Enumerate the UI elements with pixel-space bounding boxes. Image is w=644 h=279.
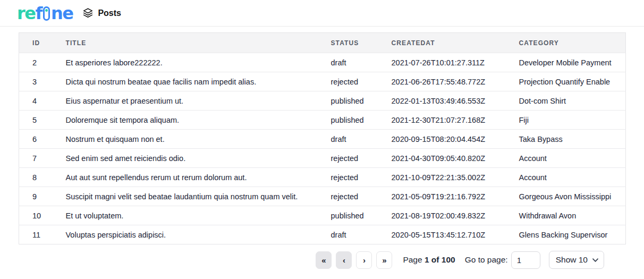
table-row: 8 Aut aut sunt repellendus rerum ut reru… [19,168,626,187]
page-size-select[interactable]: Show 10 [549,251,604,269]
cell-title: Aut aut sunt repellendus rerum ut rerum … [66,168,331,187]
posts-table: ID TITLE STATUS CREATEDAT CATEGORY 2 Et … [19,32,626,244]
cell-title: Dicta qui nostrum beatae quae facilis na… [66,72,331,91]
cell-category: Gorgeous Avon Mississippi [519,187,626,206]
table-row: 4 Eius aspernatur et praesentium ut. pub… [19,91,626,111]
column-header-title: TITLE [66,33,331,53]
goto-page-input[interactable] [511,251,540,269]
cell-id: 5 [19,111,66,130]
cell-id: 11 [19,225,66,244]
cell-id: 3 [19,72,66,91]
page-indicator-label: Page [403,255,422,264]
cell-status: rejected [331,168,392,187]
first-page-button[interactable]: « [316,251,332,269]
cell-id: 2 [19,53,66,72]
table-row: 3 Dicta qui nostrum beatae quae facilis … [19,72,626,91]
cell-status: published [331,206,392,225]
goto-page-group: Go to page: [465,251,540,269]
page-title: Posts [98,9,121,18]
cell-status: rejected [331,187,392,206]
cell-category: Fiji [519,111,626,130]
cell-status: published [331,91,392,111]
page-indicator-value: 1 of 100 [425,255,455,264]
cell-category: Account [519,168,626,187]
cell-createdat: 2020-09-15T08:20:04.454Z [392,130,519,149]
logo-i-icon [43,6,50,21]
cell-status: draft [331,225,392,244]
page-size-label: Show 10 [556,255,588,265]
cell-title: Sed enim sed amet reiciendis odio. [66,149,331,168]
column-header-id: ID [19,33,66,53]
page-heading: Posts [82,7,121,19]
layers-icon [82,7,94,19]
cell-status: rejected [331,149,392,168]
cell-title: Et asperiores labore222222. [66,53,331,72]
cell-title: Suscipit magni velit sed beatae laudanti… [66,187,331,206]
cell-createdat: 2021-12-30T21:07:27.168Z [392,111,519,130]
table-row: 7 Sed enim sed amet reiciendis odio. rej… [19,149,626,168]
logo-text-re: re [17,6,35,20]
cell-category: Developer Mobile Payment [519,53,626,72]
cell-status: rejected [331,72,392,91]
cell-createdat: 2021-05-09T19:21:16.792Z [392,187,519,206]
cell-createdat: 2021-10-09T22:21:35.002Z [392,168,519,187]
cell-id: 10 [19,206,66,225]
cell-id: 7 [19,149,66,168]
cell-category: Projection Quantify Enable [519,72,626,91]
logo-text-ne: ne [51,6,73,20]
goto-page-label: Go to page: [465,255,508,265]
table-row: 5 Doloremque sit tempora aliquam. publis… [19,111,626,130]
table-row: 10 Et ut voluptatem. published 2021-08-1… [19,206,626,225]
table-row: 9 Suscipit magni velit sed beatae laudan… [19,187,626,206]
table-row: 2 Et asperiores labore222222. draft 2021… [19,53,626,72]
cell-createdat: 2021-04-30T09:05:40.820Z [392,149,519,168]
cell-createdat: 2020-05-15T13:45:12.710Z [392,225,519,244]
column-header-category: CATEGORY [519,33,626,53]
cell-status: draft [331,130,392,149]
column-header-createdat: CREATEDAT [392,33,519,53]
last-page-button[interactable]: » [376,251,392,269]
cell-title: Voluptas perspiciatis adipisci. [66,225,331,244]
cell-title: Nostrum et quisquam non et. [66,130,331,149]
cell-id: 9 [19,187,66,206]
cell-createdat: 2022-01-13T03:49:46.553Z [392,91,519,111]
cell-title: Eius aspernatur et praesentium ut. [66,91,331,111]
cell-createdat: 2021-07-26T10:01:27.311Z [392,53,519,72]
table-header-row: ID TITLE STATUS CREATEDAT CATEGORY [19,33,626,53]
cell-title: Doloremque sit tempora aliquam. [66,111,331,130]
cell-title: Et ut voluptatem. [66,206,331,225]
previous-page-button[interactable]: ‹ [336,251,352,269]
cell-status: draft [331,53,392,72]
next-page-button[interactable]: › [356,251,372,269]
logo-text-f: f [35,6,41,20]
cell-id: 4 [19,91,66,111]
cell-id: 6 [19,130,66,149]
cell-category: Taka Bypass [519,130,626,149]
table-row: 6 Nostrum et quisquam non et. draft 2020… [19,130,626,149]
cell-category: Withdrawal Avon [519,206,626,225]
table-row: 11 Voluptas perspiciatis adipisci. draft… [19,225,626,244]
cell-category: Dot-com Shirt [519,91,626,111]
cell-createdat: 2021-06-26T17:55:48.772Z [392,72,519,91]
cell-id: 8 [19,168,66,187]
refine-logo[interactable]: refne [17,6,73,20]
cell-category: Account [519,149,626,168]
cell-createdat: 2021-08-19T02:00:49.832Z [392,206,519,225]
logo-i-dot [45,9,48,12]
main-content: ID TITLE STATUS CREATEDAT CATEGORY 2 Et … [0,27,644,269]
cell-status: published [331,111,392,130]
column-header-status: STATUS [331,33,392,53]
pagination-bar: « ‹ › » Page 1 of 100 Go to page: Show 1… [19,251,625,269]
cell-category: Glens Backing Supervisor [519,225,626,244]
top-bar: refne Posts [0,0,644,27]
chevron-down-icon [592,258,598,262]
page-indicator: Page 1 of 100 [403,255,455,265]
